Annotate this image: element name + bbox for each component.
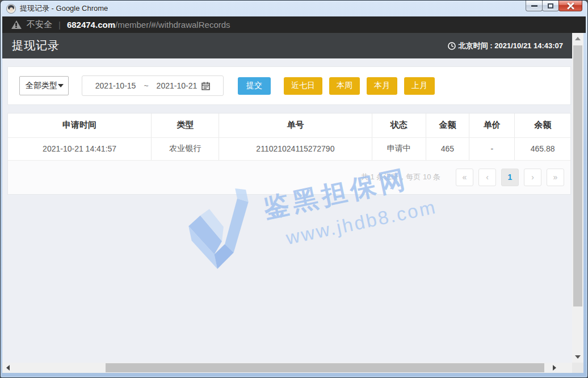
browser-window: 提现记录 - Google Chrome 不安全 | 682474.com /m… [0,0,588,378]
beijing-time: 北京时间 : 2021/10/21 14:43:07 [448,41,563,51]
col-amount: 金额 [426,114,469,137]
cell-type: 农业银行 [152,137,219,160]
restore-icon [548,3,553,9]
record-count-summary: 共 1 条记录，每页 10 条 [361,172,440,182]
cell-unit-price: - [469,137,515,160]
cell-balance: 465.88 [515,137,570,160]
cell-order-no: 211021024115272790 [219,137,372,160]
col-apply-time: 申请时间 [8,114,152,137]
date-separator: ~ [144,81,148,90]
last-seven-days-button[interactable]: 近七日 [284,77,322,95]
clock-icon [448,42,456,50]
date-start: 2021-10-15 [95,81,136,90]
records-card: 申请时间 类型 单号 状态 金额 单价 余额 2021-10-21 14:41:… [7,113,571,195]
minimize-icon [531,5,537,7]
watermark-url: www.jhdb8.com [284,196,439,249]
scroll-right-icon[interactable] [553,365,556,371]
scrollbar-corner [572,363,583,373]
table-header-row: 申请时间 类型 单号 状态 金额 单价 余额 [8,114,570,137]
col-balance: 余额 [515,114,570,137]
site-favicon [6,4,16,14]
not-secure-warning-icon [11,20,22,29]
page-1-button[interactable]: 1 [501,169,519,186]
page-content: 提现记录 北京时间 : 2021/10/21 14:43:07 全部类型 202… [2,33,572,363]
scroll-down-icon[interactable] [575,355,581,359]
address-bar[interactable]: 不安全 | 682474.com /member/#/withdrawalRec… [2,16,586,33]
vertical-scroll-thumb[interactable] [573,45,582,306]
cell-apply-time: 2021-10-21 14:41:57 [8,137,152,160]
minimize-button[interactable] [526,1,543,11]
calendar-icon [201,82,210,90]
next-page-button[interactable]: › [524,169,541,186]
window-controls [526,1,582,11]
page-header: 提现记录 北京时间 : 2021/10/21 14:43:07 [2,33,572,58]
url-domain: 682474.com [67,20,115,30]
col-type: 类型 [152,114,219,137]
scroll-left-icon[interactable] [6,365,10,371]
col-order-no: 单号 [219,114,372,137]
table-row: 2021-10-21 14:41:57 农业银行 211021024115272… [8,137,570,160]
date-end: 2021-10-21 [157,81,198,90]
chevron-down-icon [58,84,64,87]
this-week-button[interactable]: 本周 [329,77,360,95]
address-separator: | [58,20,61,30]
this-month-button[interactable]: 本月 [367,77,397,95]
submit-button[interactable]: 提交 [238,77,271,95]
type-select-value: 全部类型 [26,81,57,91]
window-title: 提现记录 - Google Chrome [20,3,108,14]
pagination-bar: 共 1 条记录，每页 10 条 « ‹ 1 › » [8,161,570,194]
close-icon [567,2,574,10]
page-title: 提现记录 [12,38,60,53]
pager: « ‹ 1 › » [451,169,564,186]
prev-page-button[interactable]: ‹ [478,169,496,186]
type-select[interactable]: 全部类型 [19,76,69,95]
vertical-scrollbar[interactable] [572,33,583,363]
records-table: 申请时间 类型 单号 状态 金额 单价 余额 2021-10-21 14:41:… [8,114,570,161]
title-bar[interactable]: 提现记录 - Google Chrome [1,1,587,16]
date-range-input[interactable]: 2021-10-15 ~ 2021-10-21 [82,75,224,96]
filter-toolbar: 全部类型 2021-10-15 ~ 2021-10-21 提交 近七日 本周 [7,66,571,105]
col-unit-price: 单价 [469,114,515,137]
horizontal-scroll-thumb[interactable] [106,363,544,372]
col-status: 状态 [372,114,426,137]
close-button[interactable] [558,1,582,11]
security-label: 不安全 [27,19,52,30]
scroll-up-icon[interactable] [575,37,581,40]
restore-button[interactable] [542,1,559,11]
first-page-button[interactable]: « [456,169,473,186]
last-month-button[interactable]: 上月 [404,77,435,95]
url-path: /member/#/withdrawalRecords [115,20,230,30]
cell-status: 申请中 [372,137,426,160]
last-page-button[interactable]: » [547,169,564,186]
cell-amount: 465 [426,137,469,160]
beijing-time-label: 北京时间 : 2021/10/21 14:43:07 [459,41,563,51]
horizontal-scrollbar[interactable] [2,363,572,373]
watermark-logo-icon [178,185,267,277]
